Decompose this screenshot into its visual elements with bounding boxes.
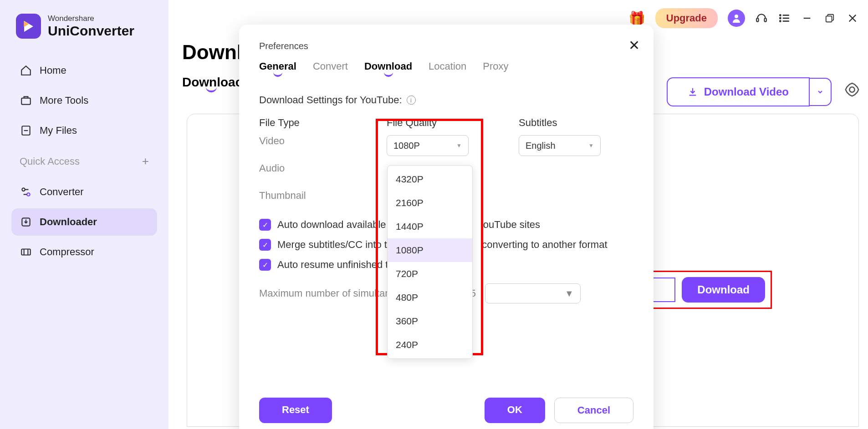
svg-rect-0 [21,98,31,105]
brand-name: Wondershare [48,14,134,23]
download-video-label: Download Video [704,86,789,98]
svg-rect-6 [21,249,31,255]
tab-download[interactable]: Download [364,61,412,76]
quick-access-header: Quick Access + [11,148,157,175]
caret-down-icon: ▼ [456,142,462,149]
settings-button[interactable] [844,82,860,99]
preferences-tabs: General Convert Download Location Proxy [259,61,633,76]
svg-point-7 [735,15,738,18]
subtitles-value: English [526,141,556,151]
modal-close-button[interactable]: ✕ [628,37,640,53]
svg-point-22 [849,87,854,92]
main-area: Downl Downloac [182,41,242,90]
topbar: 🎁 Upgrade [628,8,859,28]
svg-point-3 [22,188,25,191]
support-icon[interactable] [755,12,768,25]
max-label: Maximum number of simultar [259,288,388,299]
svg-marker-21 [846,83,858,96]
sidebar-item-downloader[interactable]: Downloader [11,208,157,236]
caret-down-icon: ▼ [588,142,594,149]
quality-option[interactable]: 480P [388,286,472,309]
chevron-down-icon [817,88,824,96]
quality-option[interactable]: 2160P [388,191,472,215]
svg-rect-18 [826,16,832,22]
svg-point-10 [780,15,781,15]
download-video-group: Download Video [667,77,832,106]
sidebar-item-home[interactable]: Home [11,57,157,84]
tab-general[interactable]: General [259,61,296,76]
quality-option[interactable]: 360P [388,309,472,333]
quality-select[interactable]: 1080P ▼ [387,135,469,156]
checkbox-icon: ✓ [259,239,271,251]
section-label: Download Settings for YouTube: [259,94,402,106]
restore-icon[interactable] [823,12,836,25]
sidebar-item-label: More Tools [40,95,88,106]
sidebar-item-compressor[interactable]: Compressor [11,238,157,266]
sidebar-item-label: My Files [40,125,77,136]
gear-icon [844,82,860,97]
check-label-tail: ouTube sites [483,219,540,231]
page-title: Downl [182,41,242,64]
sidebar-item-label: Home [40,65,66,76]
close-icon[interactable] [846,12,859,25]
sidebar-item-label: Converter [40,186,84,198]
home-icon [20,64,32,77]
check-label: Auto resume unfinished ta [277,259,394,271]
sidebar-item-label: Compressor [40,246,94,258]
svg-point-4 [27,193,30,196]
tab-convert[interactable]: Convert [313,61,348,76]
add-quick-access-button[interactable]: + [142,154,149,168]
row-video: Video [259,135,387,147]
files-icon [20,124,32,137]
quality-option[interactable]: 1080P [388,238,472,262]
gift-icon[interactable]: 🎁 [628,10,645,26]
download-video-button[interactable]: Download Video [667,77,810,106]
checkbox-icon: ✓ [259,259,271,271]
info-icon[interactable]: i [407,96,416,105]
minimize-icon[interactable] [801,12,813,25]
check-label-tail: converting to another format [482,239,607,251]
subtitles-select[interactable]: English ▼ [519,135,601,156]
col-file-type: File Type [259,117,387,129]
avatar[interactable] [728,10,745,27]
logo-icon [16,14,41,39]
reset-button[interactable]: Reset [259,398,332,423]
quality-option[interactable]: 240P [388,333,472,357]
tools-icon [20,94,32,107]
quality-dropdown: 4320P 2160P 1440P 1080P 720P 480P 360P 2… [387,165,473,359]
quality-option[interactable]: 1440P [388,215,472,238]
col-subtitles: Subtitles [519,117,651,129]
svg-point-14 [780,20,781,21]
tab-location[interactable]: Location [429,61,466,76]
sidebar-item-my-files[interactable]: My Files [11,117,157,144]
checkbox-icon: ✓ [259,219,271,231]
svg-rect-9 [765,18,766,22]
svg-rect-8 [756,18,758,22]
menu-icon[interactable] [778,12,791,25]
section-heading: Download Settings for YouTube: i [259,94,633,106]
max-select[interactable]: ▼ [485,283,581,303]
product-name: UniConverter [48,23,134,39]
quality-option[interactable]: 4320P [388,167,472,191]
col-file-quality: File Quality [387,117,519,129]
quick-access-label: Quick Access [20,156,80,167]
download-video-dropdown[interactable] [810,78,832,106]
app-logo: Wondershare UniConverter [11,14,157,39]
quality-option[interactable]: 720P [388,262,472,286]
sidebar-item-more-tools[interactable]: More Tools [11,87,157,114]
compressor-icon [20,246,32,258]
cancel-button[interactable]: Cancel [554,398,633,423]
tab-proxy[interactable]: Proxy [483,61,508,76]
sidebar-item-converter[interactable]: Converter [11,178,157,206]
caret-down-icon: ▼ [565,288,574,299]
ok-button[interactable]: OK [485,398,545,423]
row-audio: Audio [259,162,387,174]
quality-value: 1080P [393,141,420,151]
download-button[interactable]: Download [682,277,765,303]
tab-downloading[interactable]: Downloac [182,75,242,90]
svg-point-12 [780,18,781,19]
row-thumbnail: Thumbnail [259,190,387,202]
upgrade-button[interactable]: Upgrade [655,8,718,28]
check-label: Auto download available su [277,219,399,231]
downloader-icon [20,216,32,228]
